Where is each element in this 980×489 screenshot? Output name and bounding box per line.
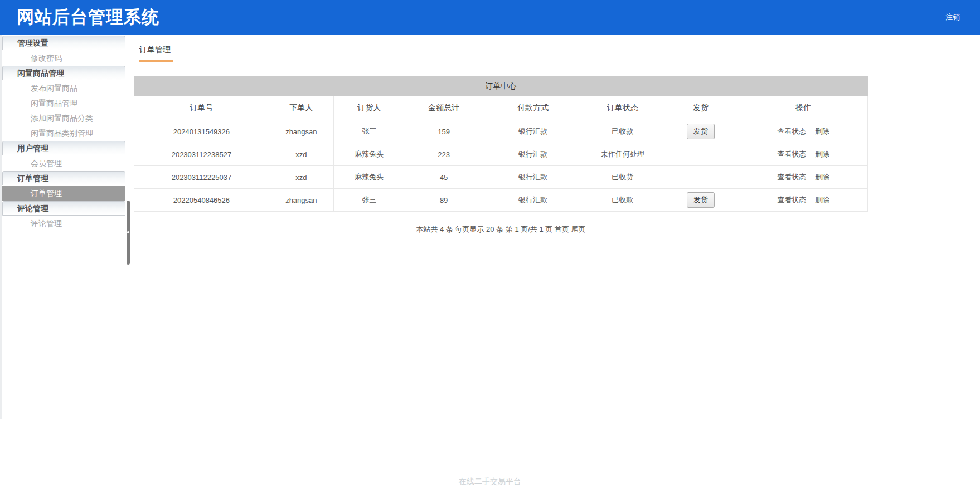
tab-order-management[interactable]: 订单管理 <box>139 45 173 62</box>
sidebar-section-label: 闲置商品管理 <box>17 69 64 77</box>
sidebar: 管理设置 修改密码 闲置商品管理 发布闲置商品 闲置商品管理 添加闲置商品分类 … <box>0 35 125 419</box>
orders-table: 订单中心 订单号 下单人 订货人 金额总计 付款方式 订单状态 发货 操作 20… <box>134 76 868 212</box>
cell-ship <box>662 166 739 189</box>
ship-button[interactable]: 发货 <box>687 124 715 139</box>
sidebar-item[interactable]: 修改密码 <box>2 51 125 66</box>
view-status-link[interactable]: 查看状态 <box>777 173 806 181</box>
cell-order-no: 20240131549326 <box>134 120 269 143</box>
cell-ship: 发货 <box>662 120 739 143</box>
cell-amount: 89 <box>405 189 483 212</box>
cell-status: 未作任何处理 <box>583 143 662 166</box>
column-header-status: 订单状态 <box>583 96 662 120</box>
column-header-order-no: 订单号 <box>134 96 269 120</box>
sidebar-menu: 管理设置 修改密码 闲置商品管理 发布闲置商品 闲置商品管理 添加闲置商品分类 … <box>2 36 125 231</box>
cell-status: 已收货 <box>583 166 662 189</box>
column-header-payment: 付款方式 <box>483 96 583 120</box>
table-title: 订单中心 <box>134 76 868 96</box>
delete-link[interactable]: 删除 <box>815 127 829 135</box>
sidebar-section-label: 管理设置 <box>17 38 48 47</box>
cell-payment: 银行汇款 <box>483 189 583 212</box>
last-page-link[interactable]: 尾页 <box>571 225 586 233</box>
sidebar-section-label: 用户管理 <box>17 144 48 153</box>
cell-actions: 查看状态 删除 <box>739 189 868 212</box>
logout-link[interactable]: 注销 <box>945 12 960 22</box>
cell-status: 已收款 <box>583 120 662 143</box>
sidebar-section-header[interactable]: 闲置商品管理 <box>2 66 125 80</box>
cell-order-no: 202303112238527 <box>134 143 269 166</box>
sidebar-item[interactable]: 评论管理 <box>2 216 125 231</box>
sidebar-item[interactable]: 添加闲置商品分类 <box>2 111 125 126</box>
cell-payment: 银行汇款 <box>483 143 583 166</box>
table-row: 202303112238527 xzd 麻辣兔头 223 银行汇款 未作任何处理… <box>134 143 868 166</box>
sidebar-item[interactable]: 订单管理 <box>2 186 125 201</box>
sidebar-section-label: 评论管理 <box>17 204 48 213</box>
app-title: 网站后台管理系统 <box>17 6 159 29</box>
cell-ship: 发货 <box>662 189 739 212</box>
app-header: 网站后台管理系统 注销 <box>0 0 980 35</box>
sidebar-item[interactable]: 闲置商品类别管理 <box>2 126 125 141</box>
cell-actions: 查看状态 删除 <box>739 166 868 189</box>
cell-orderer: zhangsan <box>269 189 333 212</box>
pagination: 本站共 4 条 每页显示 20 条 第 1 页/共 1 页 首页 尾页 <box>134 224 868 234</box>
cell-payment: 银行汇款 <box>483 166 583 189</box>
footer-text: 在线二手交易平台 <box>0 477 980 487</box>
sidebar-section-header[interactable]: 管理设置 <box>2 36 125 50</box>
column-header-actions: 操作 <box>739 96 868 120</box>
ship-button[interactable]: 发货 <box>687 192 715 208</box>
sidebar-scrollbar[interactable] <box>127 201 130 265</box>
orders-tbody: 20240131549326 zhangsan 张三 159 银行汇款 已收款 … <box>134 120 868 212</box>
cell-orderer: xzd <box>269 143 333 166</box>
pagination-summary: 本站共 4 条 每页显示 20 条 第 1 页/共 1 页 <box>416 225 552 233</box>
cell-actions: 查看状态 删除 <box>739 143 868 166</box>
cell-actions: 查看状态 删除 <box>739 120 868 143</box>
cell-ship <box>662 143 739 166</box>
sidebar-section-label: 订单管理 <box>17 174 48 183</box>
main-content: 订单管理 订单中心 订单号 下单人 订货人 金额总计 付款方式 订单状态 发货 … <box>134 35 868 234</box>
table-row: 202303112225037 xzd 麻辣兔头 45 银行汇款 已收货 查看状… <box>134 166 868 189</box>
column-header-receiver: 订货人 <box>333 96 405 120</box>
sidebar-item[interactable]: 发布闲置商品 <box>2 81 125 96</box>
view-status-link[interactable]: 查看状态 <box>777 195 806 204</box>
sidebar-section-header[interactable]: 用户管理 <box>2 141 125 155</box>
column-header-ship: 发货 <box>662 96 739 120</box>
sidebar-section-header[interactable]: 订单管理 <box>2 171 125 185</box>
column-header-amount: 金额总计 <box>405 96 483 120</box>
first-page-link[interactable]: 首页 <box>555 225 569 233</box>
cell-order-no: 202303112225037 <box>134 166 269 189</box>
cell-orderer: xzd <box>269 166 333 189</box>
column-header-orderer: 下单人 <box>269 96 333 120</box>
sidebar-section-header[interactable]: 评论管理 <box>2 201 125 216</box>
cell-payment: 银行汇款 <box>483 120 583 143</box>
table-row: 20240131549326 zhangsan 张三 159 银行汇款 已收款 … <box>134 120 868 143</box>
cell-amount: 159 <box>405 120 483 143</box>
delete-link[interactable]: 删除 <box>815 150 829 158</box>
cell-receiver: 张三 <box>333 189 405 212</box>
tab-bar: 订单管理 <box>134 35 868 61</box>
cell-status: 已收款 <box>583 189 662 212</box>
cell-receiver: 麻辣兔头 <box>333 166 405 189</box>
view-status-link[interactable]: 查看状态 <box>777 150 806 158</box>
delete-link[interactable]: 删除 <box>815 195 829 204</box>
cell-amount: 45 <box>405 166 483 189</box>
view-status-link[interactable]: 查看状态 <box>777 127 806 135</box>
cell-amount: 223 <box>405 143 483 166</box>
cell-order-no: 20220540846526 <box>134 189 269 212</box>
table-row: 20220540846526 zhangsan 张三 89 银行汇款 已收款 发… <box>134 189 868 212</box>
cell-orderer: zhangsan <box>269 120 333 143</box>
cell-receiver: 张三 <box>333 120 405 143</box>
sidebar-item[interactable]: 会员管理 <box>2 156 125 171</box>
delete-link[interactable]: 删除 <box>815 173 829 181</box>
cell-receiver: 麻辣兔头 <box>333 143 405 166</box>
sidebar-item[interactable]: 闲置商品管理 <box>2 96 125 111</box>
